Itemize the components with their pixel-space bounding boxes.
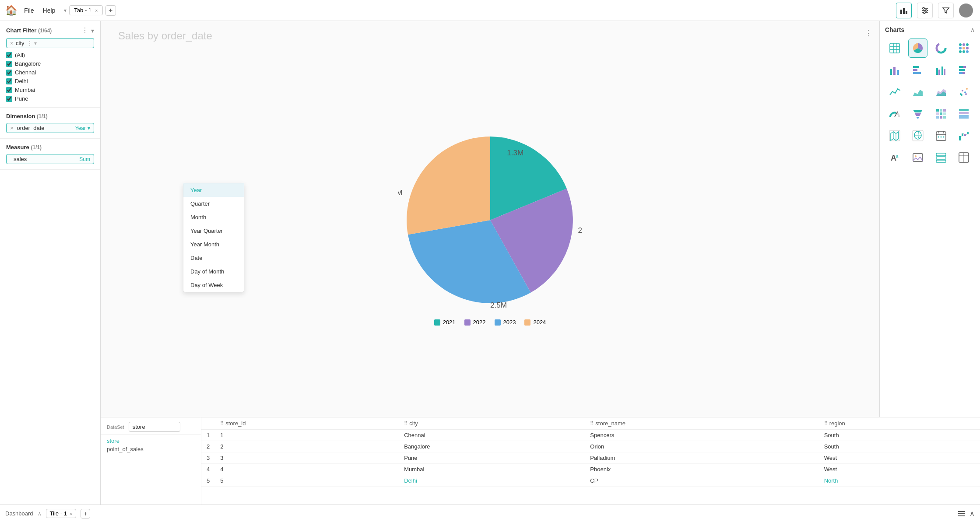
svg-point-6: [923, 7, 924, 9]
checkbox-chennai[interactable]: Chennai: [6, 69, 94, 76]
checkbox-bangalore-input[interactable]: [6, 61, 12, 67]
cell-city-4: Mumbai: [399, 464, 585, 475]
tab-1[interactable]: Tab - 1 ×: [69, 5, 102, 15]
dropdown-year[interactable]: Year: [183, 183, 244, 197]
dim-chip-right: Year ▾: [75, 125, 90, 131]
dropdown-day-of-month[interactable]: Day of Month: [183, 265, 244, 278]
chip-label: city: [16, 40, 25, 46]
table-store[interactable]: store: [107, 437, 195, 445]
svg-rect-62: [959, 115, 969, 119]
table-row: 3 3 Pune Palladium West: [201, 452, 980, 464]
dashboard-expand-icon[interactable]: ∧: [38, 511, 42, 517]
measure-agg[interactable]: Sum: [79, 156, 90, 162]
chart-btn-calendar[interactable]: [931, 126, 951, 145]
chart-btn-image[interactable]: [908, 148, 927, 167]
chart-btn-grid-heat[interactable]: [931, 104, 951, 123]
th-store-id[interactable]: ⠿store_id: [215, 417, 399, 430]
checkbox-mumbai-input[interactable]: [6, 87, 12, 93]
dim-type-label[interactable]: Year: [75, 125, 86, 131]
th-store-name[interactable]: ⠿store_name: [585, 417, 818, 430]
dropdown-year-month[interactable]: Year Month: [183, 238, 244, 251]
chart-btn-pie[interactable]: [908, 39, 927, 58]
dropdown-date[interactable]: Date: [183, 251, 244, 265]
add-tile-button[interactable]: +: [81, 509, 90, 518]
checkbox-all-input[interactable]: [6, 52, 12, 58]
dimension-title: Dimension (1/1): [6, 113, 48, 119]
filter-icon-btn[interactable]: [938, 3, 954, 18]
dimension-chip[interactable]: × order_date Year ▾: [6, 123, 94, 133]
bottom-bar: Dashboard ∧ Tile - 1 × + ∧: [0, 504, 980, 522]
charts-panel-collapse[interactable]: ∧: [970, 26, 975, 33]
cell-store-id-5: 5: [215, 475, 399, 487]
checkbox-mumbai[interactable]: Mumbai: [6, 87, 94, 93]
chart-btn-waffle[interactable]: [954, 39, 973, 58]
tab-1-close[interactable]: ×: [95, 8, 98, 13]
chart-btn-table[interactable]: [885, 39, 904, 58]
dataset-select[interactable]: store point_of_sales: [129, 422, 180, 432]
checkbox-delhi-input[interactable]: [6, 78, 12, 84]
dropdown-day-of-week[interactable]: Day of Week: [183, 278, 244, 292]
tile-tab[interactable]: Tile - 1 ×: [46, 509, 77, 518]
chart-btn-hbar[interactable]: [908, 60, 927, 80]
chart-btn-area[interactable]: [908, 82, 927, 102]
user-avatar[interactable]: [959, 4, 973, 18]
filter-collapse-icon[interactable]: ▾: [91, 27, 94, 34]
chart-btn-heat2[interactable]: [954, 104, 973, 123]
chart-more-icon[interactable]: ⋮: [864, 28, 872, 38]
svg-rect-39: [959, 72, 962, 74]
bar-chart-icon-btn[interactable]: [896, 3, 912, 18]
chart-btn-map2[interactable]: [908, 126, 927, 145]
measure-section: Measure (1/1) sales Sum: [0, 139, 100, 170]
svg-rect-77: [962, 133, 963, 136]
th-region[interactable]: ⠿region: [819, 417, 980, 430]
chart-btn-bar[interactable]: [885, 60, 904, 80]
pie-slice-2024[interactable]: [407, 137, 490, 235]
chart-btn-area2[interactable]: [931, 82, 951, 102]
chart-btn-line[interactable]: [885, 82, 904, 102]
checkbox-chennai-input[interactable]: [6, 70, 12, 76]
chart-btn-pivot[interactable]: [954, 148, 973, 167]
checkbox-pune[interactable]: Pune: [6, 95, 94, 102]
data-table: ⠿store_id ⠿city ⠿store_name ⠿region: [201, 417, 980, 487]
chip-remove-icon[interactable]: ×: [10, 40, 13, 46]
chart-btn-text[interactable]: A a: [885, 148, 904, 167]
menu-help[interactable]: Help: [43, 7, 56, 14]
dropdown-quarter[interactable]: Quarter: [183, 197, 244, 210]
chart-btn-scatter[interactable]: [954, 82, 973, 102]
city-filter-chip[interactable]: × city ⋮ ▾: [6, 38, 94, 48]
checkbox-delhi[interactable]: Delhi: [6, 78, 94, 84]
chart-btn-stacked[interactable]: [954, 60, 973, 80]
chip-arrow-icon[interactable]: ▾: [34, 40, 37, 46]
chart-btn-waterfall[interactable]: [954, 126, 973, 145]
chip-options-icon[interactable]: ⋮: [27, 40, 32, 46]
svg-rect-89: [936, 160, 946, 162]
svg-rect-36: [959, 66, 963, 68]
bottom-list-icon[interactable]: [957, 509, 966, 518]
tile-close-icon[interactable]: ×: [70, 511, 72, 516]
dropdown-year-quarter[interactable]: Year Quarter: [183, 224, 244, 238]
checkbox-bangalore[interactable]: Bangalore: [6, 60, 94, 67]
chart-btn-map1[interactable]: [885, 126, 904, 145]
dropdown-month[interactable]: Month: [183, 210, 244, 224]
checkbox-pune-input[interactable]: [6, 96, 12, 102]
add-tab-button[interactable]: +: [105, 5, 116, 16]
th-city[interactable]: ⠿city: [399, 417, 585, 430]
bottom-collapse-icon[interactable]: ∧: [969, 509, 975, 518]
dim-arrow-icon[interactable]: ▾: [88, 125, 90, 131]
chart-btn-funnel[interactable]: [908, 104, 927, 123]
chart-btn-grouped-bar[interactable]: [931, 60, 951, 80]
chart-filter-title: Chart Filter (1/64): [6, 27, 52, 34]
tab-dropdown-arrow[interactable]: ▾: [64, 7, 67, 14]
chart-btn-donut[interactable]: [931, 39, 951, 58]
filter-more-icon[interactable]: ⋮: [81, 26, 88, 35]
checkbox-all[interactable]: (All): [6, 52, 94, 58]
chart-btn-gauge[interactable]: [885, 104, 904, 123]
measure-chip[interactable]: sales Sum: [6, 154, 94, 164]
chart-title: Sales by order_date: [118, 30, 862, 42]
table-point-of-sales[interactable]: point_of_sales: [107, 445, 195, 453]
chart-btn-card[interactable]: [931, 148, 951, 167]
home-icon[interactable]: 🏠: [5, 5, 17, 16]
sliders-icon-btn[interactable]: [917, 3, 933, 18]
menu-file[interactable]: File: [24, 7, 34, 14]
dim-chip-x[interactable]: ×: [10, 125, 14, 131]
